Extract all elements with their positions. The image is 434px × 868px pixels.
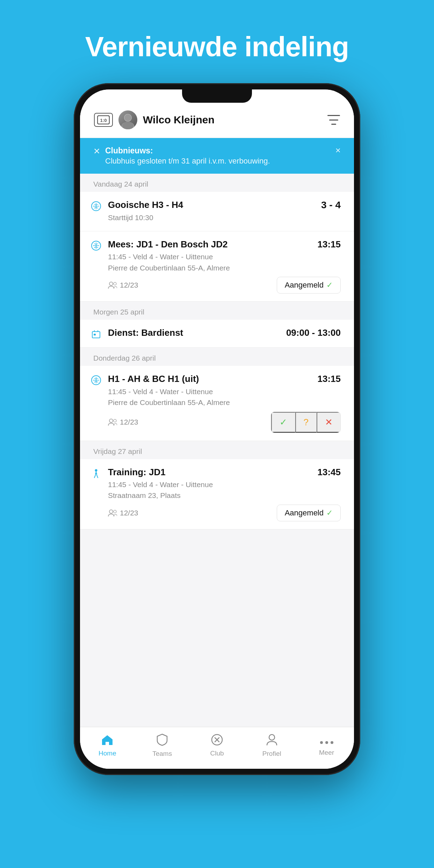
- event-time: 13:15: [318, 239, 341, 250]
- event-title: Training: JD1: [108, 467, 166, 478]
- user-name: Wilco Kleijnen: [143, 114, 322, 126]
- svg-point-4: [124, 114, 131, 121]
- phone-screen: 1:0 Wilco Kleijnen ✕ Clu: [80, 89, 354, 769]
- event-card[interactable]: Dienst: Bardienst 09:00 - 13:00: [80, 320, 354, 348]
- phone-notch: [182, 89, 252, 103]
- event-participants: 12/23: [108, 509, 138, 517]
- svg-text:1:0: 1:0: [100, 118, 107, 123]
- availability-buttons: ✓ ? ✕: [271, 412, 341, 433]
- match-icon: [90, 201, 102, 211]
- scroll-area: Vandaag 24 april Gooische H3 - H4 3 - 4: [80, 174, 354, 727]
- news-dismiss-icon[interactable]: ✕: [93, 146, 100, 156]
- event-subtitle: Starttijd 10:30: [108, 212, 341, 223]
- nav-label-teams: Teams: [152, 750, 172, 758]
- svg-point-9: [114, 282, 116, 285]
- nav-label-meer: Meer: [319, 749, 334, 757]
- event-title: Dienst: Bardienst: [108, 327, 183, 338]
- event-score: 3 - 4: [321, 200, 341, 211]
- nav-item-profiel[interactable]: Profiel: [244, 733, 299, 758]
- nav-label-profiel: Profiel: [262, 750, 281, 758]
- event-content: Gooische H3 - H4 3 - 4 Starttijd 10:30: [108, 200, 341, 223]
- news-content: Clubnieuws: Clubhuis gesloten t/m 31 apr…: [105, 146, 331, 166]
- aangemeld-label: Aangemeld: [285, 281, 324, 290]
- event-participants: 12/23: [108, 418, 138, 426]
- svg-point-22: [331, 741, 333, 744]
- event-content: Mees: JD1 - Den Bosch JD2 13:15 11:45 - …: [108, 239, 341, 294]
- bottom-nav: Home Teams Club: [80, 727, 354, 769]
- event-detail-1: 11:45 - Veld 4 - Water - Uittenue: [108, 479, 341, 490]
- svg-rect-11: [94, 334, 96, 335]
- news-title: Clubnieuws:: [105, 146, 331, 156]
- match-icon: [90, 375, 102, 385]
- phone-shell: 1:0 Wilco Kleijnen ✕ Clu: [74, 83, 360, 775]
- nav-item-teams[interactable]: Teams: [135, 733, 190, 758]
- day-header-1: Vandaag 24 april: [80, 174, 354, 192]
- day-header-3: Donderdag 26 april: [80, 348, 354, 366]
- nav-label-home: Home: [99, 750, 116, 757]
- svg-point-19: [269, 735, 275, 740]
- scoreboard-icon[interactable]: 1:0: [94, 113, 113, 127]
- svg-point-8: [109, 282, 113, 285]
- event-detail-1: 11:45 - Veld 4 - Water - Uittenue: [108, 386, 341, 397]
- svg-rect-10: [92, 332, 100, 338]
- day-header-2: Morgen 25 april: [80, 302, 354, 320]
- available-no-button[interactable]: ✕: [317, 412, 340, 433]
- svg-point-14: [114, 419, 116, 422]
- news-close-button[interactable]: ×: [335, 145, 341, 156]
- event-card[interactable]: Gooische H3 - H4 3 - 4 Starttijd 10:30: [80, 192, 354, 231]
- event-time: 09:00 - 13:00: [286, 327, 341, 338]
- event-detail-1: 11:45 - Veld 4 - Water - Uittenue: [108, 251, 341, 262]
- training-icon: [90, 468, 102, 479]
- event-detail-2: Pierre de Coubertinlaan 55-A, Almere: [108, 262, 341, 274]
- home-icon: [101, 734, 114, 747]
- person-icon: [266, 733, 277, 748]
- news-banner: ✕ Clubnieuws: Clubhuis gesloten t/m 31 a…: [80, 138, 354, 174]
- shield-icon: [157, 733, 168, 748]
- news-body: Clubhuis gesloten t/m 31 april i.v.m. ve…: [105, 156, 331, 166]
- check-icon: ✓: [326, 281, 333, 290]
- svg-point-21: [325, 741, 328, 744]
- event-time: 13:15: [318, 374, 341, 384]
- match-icon: [90, 240, 102, 251]
- aangemeld-label: Aangemeld: [285, 508, 324, 518]
- page-title: Vernieuwde indeling: [85, 31, 349, 62]
- nav-item-meer[interactable]: Meer: [299, 735, 354, 757]
- nav-item-home[interactable]: Home: [80, 734, 135, 757]
- available-maybe-button[interactable]: ?: [295, 412, 317, 433]
- svg-point-17: [114, 510, 116, 513]
- event-time: 13:45: [318, 467, 341, 478]
- event-detail-2: Pierre de Coubertinlaan 55-A, Almere: [108, 397, 341, 408]
- check-icon: ✓: [326, 508, 333, 518]
- svg-point-15: [95, 469, 97, 471]
- svg-point-20: [320, 741, 323, 744]
- day-header-4: Vrijdag 27 april: [80, 441, 354, 459]
- event-card[interactable]: H1 - AH & BC H1 (uit) 13:15 11:45 - Veld…: [80, 366, 354, 441]
- more-icon: [319, 735, 334, 747]
- svg-point-5: [122, 122, 134, 129]
- participants-count: 12/23: [120, 418, 138, 426]
- svg-point-13: [109, 419, 113, 422]
- event-detail-2: Straatnaam 23, Plaats: [108, 490, 341, 501]
- nav-label-club: Club: [210, 750, 224, 757]
- event-participants: 12/23: [108, 281, 138, 289]
- event-card[interactable]: Training: JD1 13:45 11:45 - Veld 4 - Wat…: [80, 459, 354, 529]
- event-content: Training: JD1 13:45 11:45 - Veld 4 - Wat…: [108, 467, 341, 521]
- event-card[interactable]: Mees: JD1 - Den Bosch JD2 13:15 11:45 - …: [80, 231, 354, 302]
- aangemeld-button[interactable]: Aangemeld ✓: [277, 505, 341, 521]
- participants-count: 12/23: [120, 509, 138, 517]
- avatar[interactable]: [118, 110, 137, 129]
- aangemeld-button[interactable]: Aangemeld ✓: [277, 277, 341, 294]
- x-circle-icon: [211, 734, 223, 747]
- svg-point-16: [109, 510, 113, 513]
- event-title: Gooische H3 - H4: [108, 200, 183, 210]
- event-content: H1 - AH & BC H1 (uit) 13:15 11:45 - Veld…: [108, 374, 341, 433]
- participants-count: 12/23: [120, 281, 138, 289]
- event-title: Mees: JD1 - Den Bosch JD2: [108, 239, 227, 250]
- duty-icon: [90, 329, 102, 339]
- available-yes-button[interactable]: ✓: [271, 412, 295, 433]
- event-title: H1 - AH & BC H1 (uit): [108, 374, 199, 384]
- event-content: Dienst: Bardienst 09:00 - 13:00: [108, 327, 341, 340]
- nav-item-club[interactable]: Club: [190, 734, 245, 757]
- filter-icon[interactable]: [327, 115, 340, 125]
